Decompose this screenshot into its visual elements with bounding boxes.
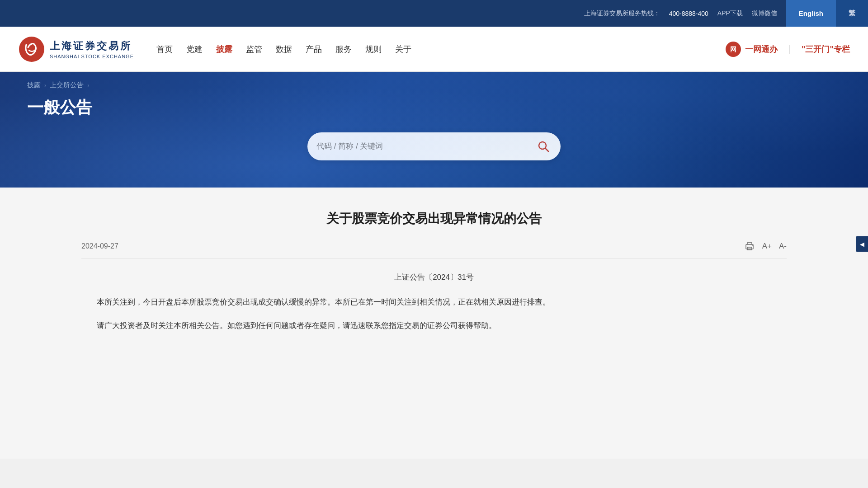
- lang-switcher: English 繁: [786, 0, 868, 27]
- top-bar: 上海证券交易所服务热线： 400-8888-400 APP下载 微博微信 Eng…: [0, 0, 868, 27]
- banner: 披露 › 上交所公告 › 一般公告: [0, 72, 868, 188]
- lang-traditional-button[interactable]: 繁: [836, 0, 868, 27]
- breadcrumb-notice[interactable]: 上交所公告: [50, 81, 84, 89]
- article-paragraph-2: 请广大投资者及时关注本所相关公告。如您遇到任何问题或者存在疑问，请迅速联系您指定…: [81, 319, 787, 333]
- article-date: 2024-09-27: [81, 242, 118, 250]
- logo-en: SHANGHAI STOCK EXCHANGE: [50, 54, 134, 59]
- search-icon: [537, 140, 550, 153]
- yiwang-link[interactable]: 网 一网通办: [725, 41, 778, 57]
- logo-area: 上海证券交易所 SHANGHAI STOCK EXCHANGE: [18, 36, 134, 63]
- nav-about[interactable]: 关于: [395, 44, 411, 55]
- main-nav: 首页 党建 披露 监管 数据 产品 服务 规则 关于: [156, 44, 725, 55]
- breadcrumb-disclosure[interactable]: 披露: [27, 81, 41, 89]
- article-body: 上证公告〔2024〕31号 本所关注到，今日开盘后本所股票竞价交易出现成交确认缓…: [81, 272, 787, 333]
- article-tools: A+ A-: [744, 241, 787, 252]
- print-icon: [744, 241, 755, 252]
- print-button[interactable]: [744, 241, 755, 252]
- breadcrumb-chevron-2: ›: [87, 82, 89, 89]
- search-wrapper: [27, 132, 841, 160]
- search-input[interactable]: [316, 142, 535, 151]
- side-hint[interactable]: ◀: [856, 236, 868, 252]
- search-button[interactable]: [535, 138, 552, 155]
- nav-divider: |: [788, 44, 791, 54]
- search-box: [307, 132, 561, 160]
- banner-title: 一般公告: [27, 97, 841, 119]
- article-meta: 2024-09-27 A+ A-: [81, 241, 787, 258]
- logo-cn: 上海证券交易所: [50, 39, 134, 53]
- breadcrumb-chevron-1: ›: [44, 82, 46, 89]
- logo-text: 上海证券交易所 SHANGHAI STOCK EXCHANGE: [50, 39, 134, 59]
- nav-rules[interactable]: 规则: [365, 44, 382, 55]
- article-title: 关于股票竞价交易出现异常情况的公告: [81, 210, 787, 227]
- nav-party[interactable]: 党建: [186, 44, 203, 55]
- svg-line-4: [546, 149, 549, 152]
- svg-rect-6: [747, 247, 752, 250]
- svg-point-7: [752, 245, 753, 246]
- lang-english-button[interactable]: English: [786, 0, 836, 27]
- nav-data[interactable]: 数据: [276, 44, 292, 55]
- yiwang-label: 一网通办: [745, 44, 778, 55]
- weibo-wechat-link[interactable]: 微博微信: [752, 9, 777, 18]
- article-paragraph-1: 本所关注到，今日开盘后本所股票竞价交易出现成交确认缓慢的异常。本所已在第一时间关…: [81, 295, 787, 310]
- app-download-link[interactable]: APP下载: [717, 9, 743, 18]
- nav-product[interactable]: 产品: [306, 44, 322, 55]
- hotline-label: 上海证券交易所服务热线：: [584, 9, 660, 18]
- right-nav: 网 一网通办 | "三开门"专栏: [725, 41, 850, 57]
- notice-number: 上证公告〔2024〕31号: [81, 272, 787, 282]
- nav-service[interactable]: 服务: [335, 44, 352, 55]
- nav-disclosure[interactable]: 披露: [216, 44, 232, 55]
- nav-home[interactable]: 首页: [156, 44, 173, 55]
- font-smaller-button[interactable]: A-: [779, 242, 787, 251]
- svg-point-3: [539, 142, 546, 149]
- nav-regulation[interactable]: 监管: [246, 44, 262, 55]
- content-area: 关于股票竞价交易出现异常情况的公告 2024-09-27 A+ A- 上证公告〔…: [0, 188, 868, 459]
- svg-text:网: 网: [730, 46, 736, 53]
- yiwang-icon: 网: [725, 41, 741, 57]
- site-header: 上海证券交易所 SHANGHAI STOCK EXCHANGE 首页 党建 披露…: [0, 27, 868, 72]
- svg-point-0: [19, 37, 44, 62]
- breadcrumb: 披露 › 上交所公告 ›: [27, 81, 841, 89]
- font-larger-button[interactable]: A+: [762, 242, 772, 251]
- hotline-number: 400-8888-400: [669, 10, 708, 17]
- sanjianmen-link[interactable]: "三开门"专栏: [802, 44, 850, 55]
- sse-logo-icon: [18, 36, 45, 63]
